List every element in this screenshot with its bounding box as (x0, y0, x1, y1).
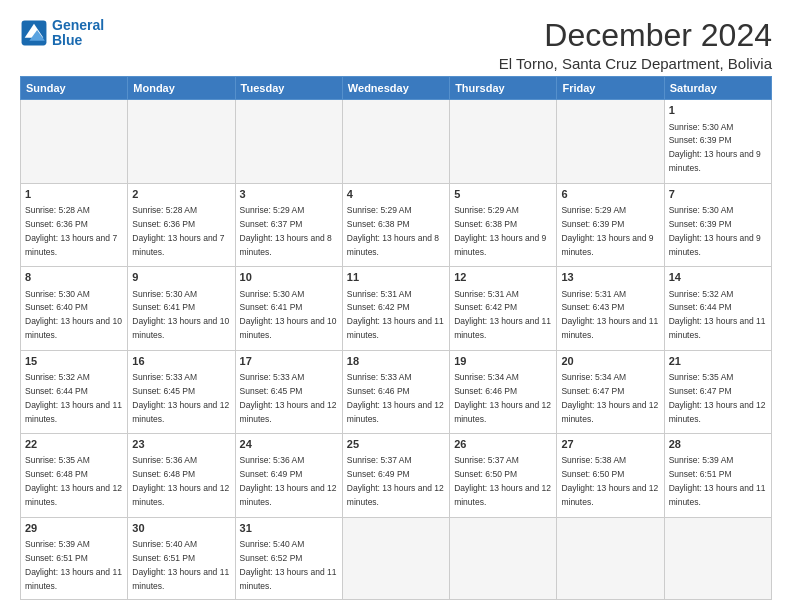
calendar-cell (450, 100, 557, 183)
day-number: 23 (132, 437, 230, 452)
day-number: 24 (240, 437, 338, 452)
calendar-cell (557, 517, 664, 599)
day-info: Sunrise: 5:35 AMSunset: 6:48 PMDaylight:… (25, 455, 122, 507)
day-number: 20 (561, 354, 659, 369)
day-header-thursday: Thursday (450, 77, 557, 100)
day-number: 17 (240, 354, 338, 369)
calendar-cell (450, 517, 557, 599)
calendar-cell: 13Sunrise: 5:31 AMSunset: 6:43 PMDayligh… (557, 267, 664, 350)
calendar-week-3: 8Sunrise: 5:30 AMSunset: 6:40 PMDaylight… (21, 267, 772, 350)
day-info: Sunrise: 5:30 AMSunset: 6:39 PMDaylight:… (669, 205, 761, 257)
day-number: 11 (347, 270, 445, 285)
calendar-cell: 10Sunrise: 5:30 AMSunset: 6:41 PMDayligh… (235, 267, 342, 350)
calendar-cell: 24Sunrise: 5:36 AMSunset: 6:49 PMDayligh… (235, 434, 342, 517)
day-header-wednesday: Wednesday (342, 77, 449, 100)
logo-icon (20, 19, 48, 47)
day-info: Sunrise: 5:30 AMSunset: 6:39 PMDaylight:… (669, 122, 761, 174)
day-info: Sunrise: 5:37 AMSunset: 6:50 PMDaylight:… (454, 455, 551, 507)
calendar-cell: 9Sunrise: 5:30 AMSunset: 6:41 PMDaylight… (128, 267, 235, 350)
day-number: 1 (669, 103, 767, 118)
day-info: Sunrise: 5:33 AMSunset: 6:45 PMDaylight:… (240, 372, 337, 424)
day-number: 29 (25, 521, 123, 536)
calendar-cell: 26Sunrise: 5:37 AMSunset: 6:50 PMDayligh… (450, 434, 557, 517)
header: General Blue December 2024 El Torno, San… (20, 18, 772, 72)
day-info: Sunrise: 5:32 AMSunset: 6:44 PMDaylight:… (669, 289, 766, 341)
calendar-cell: 22Sunrise: 5:35 AMSunset: 6:48 PMDayligh… (21, 434, 128, 517)
day-info: Sunrise: 5:28 AMSunset: 6:36 PMDaylight:… (25, 205, 117, 257)
day-header-saturday: Saturday (664, 77, 771, 100)
subtitle: El Torno, Santa Cruz Department, Bolivia (499, 55, 772, 72)
calendar-cell (128, 100, 235, 183)
calendar-week-1: 1Sunrise: 5:30 AMSunset: 6:39 PMDaylight… (21, 100, 772, 183)
calendar-cell: 20Sunrise: 5:34 AMSunset: 6:47 PMDayligh… (557, 350, 664, 433)
calendar-cell: 2Sunrise: 5:28 AMSunset: 6:36 PMDaylight… (128, 183, 235, 266)
day-number: 13 (561, 270, 659, 285)
page: General Blue December 2024 El Torno, San… (0, 0, 792, 612)
calendar-cell (664, 517, 771, 599)
day-number: 28 (669, 437, 767, 452)
logo-line1: General (52, 18, 104, 33)
calendar-cell: 28Sunrise: 5:39 AMSunset: 6:51 PMDayligh… (664, 434, 771, 517)
calendar-cell: 29Sunrise: 5:39 AMSunset: 6:51 PMDayligh… (21, 517, 128, 599)
calendar-cell: 7Sunrise: 5:30 AMSunset: 6:39 PMDaylight… (664, 183, 771, 266)
day-number: 31 (240, 521, 338, 536)
calendar-cell: 30Sunrise: 5:40 AMSunset: 6:51 PMDayligh… (128, 517, 235, 599)
day-info: Sunrise: 5:29 AMSunset: 6:38 PMDaylight:… (454, 205, 546, 257)
day-info: Sunrise: 5:29 AMSunset: 6:38 PMDaylight:… (347, 205, 439, 257)
day-number: 22 (25, 437, 123, 452)
calendar-cell: 11Sunrise: 5:31 AMSunset: 6:42 PMDayligh… (342, 267, 449, 350)
calendar-cell: 19Sunrise: 5:34 AMSunset: 6:46 PMDayligh… (450, 350, 557, 433)
day-header-tuesday: Tuesday (235, 77, 342, 100)
day-info: Sunrise: 5:37 AMSunset: 6:49 PMDaylight:… (347, 455, 444, 507)
logo-text: General Blue (52, 18, 104, 49)
day-number: 5 (454, 187, 552, 202)
day-info: Sunrise: 5:34 AMSunset: 6:46 PMDaylight:… (454, 372, 551, 424)
calendar-cell: 14Sunrise: 5:32 AMSunset: 6:44 PMDayligh… (664, 267, 771, 350)
day-info: Sunrise: 5:40 AMSunset: 6:52 PMDaylight:… (240, 539, 337, 591)
calendar-cell (557, 100, 664, 183)
calendar-cell: 8Sunrise: 5:30 AMSunset: 6:40 PMDaylight… (21, 267, 128, 350)
day-number: 9 (132, 270, 230, 285)
day-number: 16 (132, 354, 230, 369)
day-number: 30 (132, 521, 230, 536)
logo-line2: Blue (52, 33, 104, 48)
day-info: Sunrise: 5:36 AMSunset: 6:49 PMDaylight:… (240, 455, 337, 507)
day-number: 7 (669, 187, 767, 202)
logo: General Blue (20, 18, 104, 49)
calendar-header-row: SundayMondayTuesdayWednesdayThursdayFrid… (21, 77, 772, 100)
day-info: Sunrise: 5:35 AMSunset: 6:47 PMDaylight:… (669, 372, 766, 424)
day-info: Sunrise: 5:31 AMSunset: 6:42 PMDaylight:… (454, 289, 551, 341)
calendar-cell: 27Sunrise: 5:38 AMSunset: 6:50 PMDayligh… (557, 434, 664, 517)
day-info: Sunrise: 5:34 AMSunset: 6:47 PMDaylight:… (561, 372, 658, 424)
calendar-cell (21, 100, 128, 183)
day-info: Sunrise: 5:31 AMSunset: 6:43 PMDaylight:… (561, 289, 658, 341)
day-info: Sunrise: 5:36 AMSunset: 6:48 PMDaylight:… (132, 455, 229, 507)
day-number: 10 (240, 270, 338, 285)
day-info: Sunrise: 5:32 AMSunset: 6:44 PMDaylight:… (25, 372, 122, 424)
day-number: 8 (25, 270, 123, 285)
calendar-cell: 31Sunrise: 5:40 AMSunset: 6:52 PMDayligh… (235, 517, 342, 599)
day-number: 14 (669, 270, 767, 285)
title-block: December 2024 El Torno, Santa Cruz Depar… (499, 18, 772, 72)
calendar-cell: 4Sunrise: 5:29 AMSunset: 6:38 PMDaylight… (342, 183, 449, 266)
calendar-cell: 18Sunrise: 5:33 AMSunset: 6:46 PMDayligh… (342, 350, 449, 433)
day-info: Sunrise: 5:39 AMSunset: 6:51 PMDaylight:… (669, 455, 766, 507)
day-info: Sunrise: 5:39 AMSunset: 6:51 PMDaylight:… (25, 539, 122, 591)
calendar-cell: 3Sunrise: 5:29 AMSunset: 6:37 PMDaylight… (235, 183, 342, 266)
calendar-cell: 1Sunrise: 5:28 AMSunset: 6:36 PMDaylight… (21, 183, 128, 266)
day-info: Sunrise: 5:30 AMSunset: 6:41 PMDaylight:… (240, 289, 337, 341)
day-info: Sunrise: 5:30 AMSunset: 6:41 PMDaylight:… (132, 289, 229, 341)
calendar-cell: 17Sunrise: 5:33 AMSunset: 6:45 PMDayligh… (235, 350, 342, 433)
calendar-cell: 1Sunrise: 5:30 AMSunset: 6:39 PMDaylight… (664, 100, 771, 183)
calendar-week-4: 15Sunrise: 5:32 AMSunset: 6:44 PMDayligh… (21, 350, 772, 433)
calendar-cell (342, 517, 449, 599)
day-header-sunday: Sunday (21, 77, 128, 100)
day-info: Sunrise: 5:28 AMSunset: 6:36 PMDaylight:… (132, 205, 224, 257)
calendar-cell (235, 100, 342, 183)
calendar-table: SundayMondayTuesdayWednesdayThursdayFrid… (20, 76, 772, 600)
day-number: 3 (240, 187, 338, 202)
day-number: 18 (347, 354, 445, 369)
calendar-cell: 16Sunrise: 5:33 AMSunset: 6:45 PMDayligh… (128, 350, 235, 433)
day-info: Sunrise: 5:38 AMSunset: 6:50 PMDaylight:… (561, 455, 658, 507)
day-number: 15 (25, 354, 123, 369)
